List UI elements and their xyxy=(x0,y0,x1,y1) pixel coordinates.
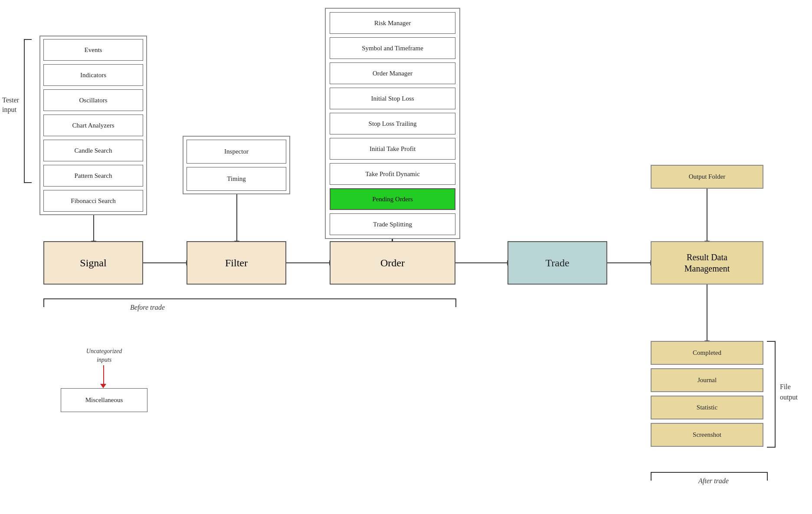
box-indicators: Indicators xyxy=(43,64,143,86)
box-miscellaneous: Miscellaneous xyxy=(61,388,147,412)
arrow-result-down xyxy=(707,285,707,341)
box-initial-stop-loss: Initial Stop Loss xyxy=(330,88,455,109)
before-trade-bracket-left xyxy=(43,298,44,307)
box-risk-manager: Risk Manager xyxy=(330,12,455,34)
file-output-bracket-bot xyxy=(767,447,776,448)
box-screenshot: Screenshot xyxy=(651,423,763,447)
arrow-filter-order xyxy=(286,262,330,263)
box-symbol-timeframe: Symbol and Timeframe xyxy=(330,37,455,59)
arrow-signal-filter xyxy=(143,262,187,263)
box-order-manager: Order Manager xyxy=(330,62,455,84)
tester-input-bracket-bot xyxy=(24,182,32,183)
after-trade-bracket-right xyxy=(767,472,768,481)
box-timing: Timing xyxy=(187,167,286,191)
box-stop-loss-trailing: Stop Loss Trailing xyxy=(330,113,455,134)
main-result: Result Data Management xyxy=(651,241,763,285)
uncategorized-label: Uncategorized inputs xyxy=(61,347,147,364)
box-initial-take-profit: Initial Take Profit xyxy=(330,138,455,160)
box-chart-analyzers: Chart Analyzers xyxy=(43,115,143,136)
arrow-order-trade xyxy=(455,262,508,263)
diagram: Tester input Events Indicators Oscillato… xyxy=(0,0,812,514)
box-statistic: Statistic xyxy=(651,396,763,419)
box-candle-search: Candle Search xyxy=(43,140,143,161)
main-filter: Filter xyxy=(187,241,286,285)
main-order: Order xyxy=(330,241,455,285)
box-journal: Journal xyxy=(651,368,763,392)
file-output-bracket-vert xyxy=(775,341,776,447)
box-output-folder: Output Folder xyxy=(651,165,763,189)
arrow-signal-down xyxy=(93,215,94,241)
tester-input-label: Tester input xyxy=(2,95,26,115)
arrow-filter-down xyxy=(236,194,237,241)
before-trade-bracket-right xyxy=(455,298,456,307)
box-events: Events xyxy=(43,39,143,61)
box-oscillators: Oscillators xyxy=(43,89,143,111)
tester-input-bracket-top xyxy=(24,39,32,40)
box-trade-splitting: Trade Splitting xyxy=(330,213,455,235)
after-trade-bracket-horiz xyxy=(651,472,767,473)
box-inspector: Inspector xyxy=(187,140,286,164)
arrow-uncategorized-down xyxy=(103,365,104,385)
before-trade-label: Before trade xyxy=(130,304,165,311)
main-signal: Signal xyxy=(43,241,143,285)
box-take-profit-dynamic: Take Profit Dynamic xyxy=(330,163,455,185)
after-trade-label: After trade xyxy=(698,477,729,485)
arrow-trade-result xyxy=(607,262,651,263)
before-trade-bracket-horiz xyxy=(43,298,455,299)
box-completed: Completed xyxy=(651,341,763,365)
box-pattern-search: Pattern Search xyxy=(43,165,143,187)
main-trade: Trade xyxy=(508,241,607,285)
after-trade-bracket-left xyxy=(651,472,652,481)
arrow-output-result xyxy=(707,189,707,241)
box-pending-orders: Pending Orders xyxy=(330,188,455,210)
file-output-label: File output xyxy=(780,382,798,403)
box-fibonacci-search: Fibonacci Search xyxy=(43,190,143,212)
file-output-bracket-top xyxy=(767,341,776,342)
arrowhead-uncategorized xyxy=(100,384,106,388)
